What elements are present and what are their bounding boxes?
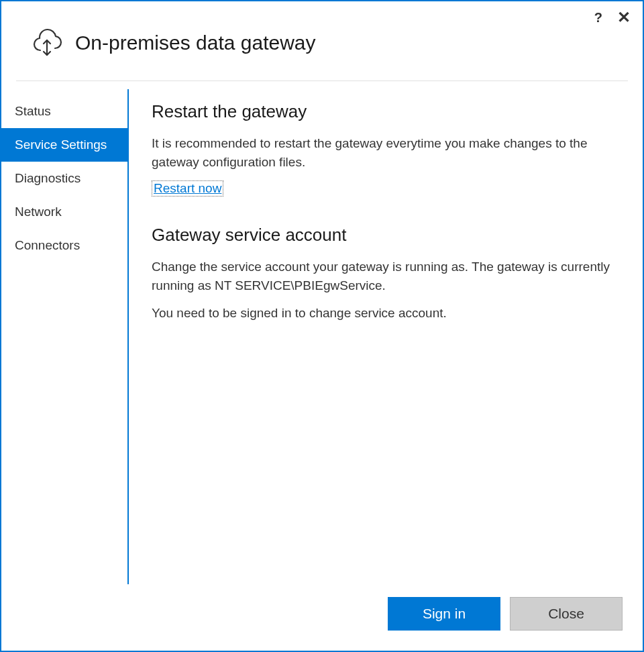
restart-now-link[interactable]: Restart now xyxy=(152,180,223,197)
sign-in-button[interactable]: Sign in xyxy=(388,597,500,631)
close-icon[interactable]: ✕ xyxy=(617,9,631,25)
app-header: On-premises data gateway xyxy=(1,1,643,80)
sidebar-item-network[interactable]: Network xyxy=(1,195,127,229)
close-button[interactable]: Close xyxy=(510,597,623,631)
sidebar-item-connectors[interactable]: Connectors xyxy=(1,229,127,262)
gateway-cloud-icon xyxy=(31,25,75,60)
account-description: Change the service account your gateway … xyxy=(152,258,616,294)
restart-description: It is recommended to restart the gateway… xyxy=(152,134,616,171)
account-signin-note: You need to be signed in to change servi… xyxy=(152,304,616,323)
main-content: Restart the gateway It is recommended to… xyxy=(129,89,643,584)
restart-heading: Restart the gateway xyxy=(152,101,616,122)
account-heading: Gateway service account xyxy=(152,225,616,246)
app-title: On-premises data gateway xyxy=(75,32,316,54)
sidebar-item-diagnostics[interactable]: Diagnostics xyxy=(1,162,127,195)
footer-actions: Sign in Close xyxy=(388,597,623,631)
sidebar-item-status[interactable]: Status xyxy=(1,95,127,128)
sidebar-item-service-settings[interactable]: Service Settings xyxy=(1,128,127,162)
sidebar: Status Service Settings Diagnostics Netw… xyxy=(1,89,129,584)
help-icon[interactable]: ? xyxy=(594,10,602,25)
